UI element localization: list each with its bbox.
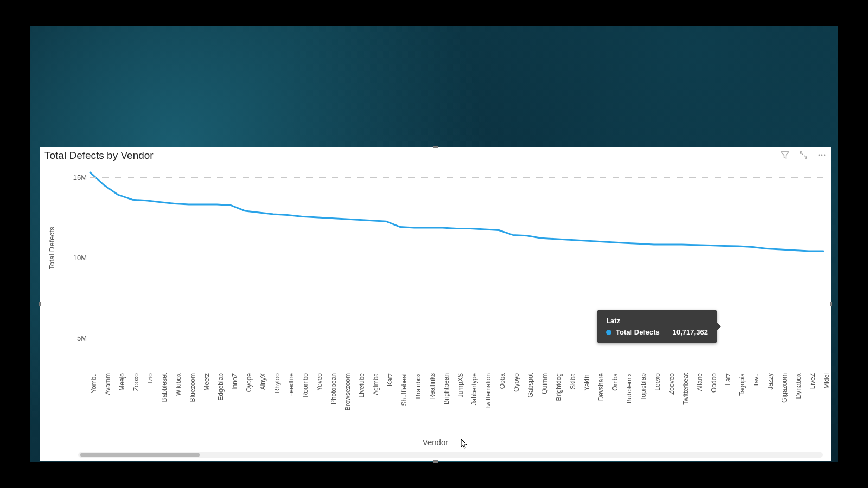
x-tick-label: Yombu [90, 373, 98, 393]
x-tick-label: Twitterbeat [682, 373, 690, 405]
x-tick-label: Avamm [104, 373, 112, 395]
x-tick-label: Agimba [372, 373, 380, 395]
scrollbar-thumb[interactable] [80, 453, 200, 457]
resize-handle[interactable] [830, 302, 832, 306]
x-tick-label: Edgeblab [217, 373, 225, 401]
focus-mode-icon[interactable] [799, 151, 808, 159]
x-tick-label: Meejo [118, 373, 126, 391]
visual-header [781, 151, 826, 159]
x-tick-label: Devshare [597, 373, 605, 401]
x-tick-label: LiveZ [809, 373, 816, 389]
x-tick-label: Katz [386, 373, 394, 386]
tooltip-swatch [606, 330, 611, 335]
letterbox [0, 0, 30, 488]
gridline [90, 258, 823, 258]
gridline [90, 177, 823, 178]
x-tick-label: Twitternation [484, 373, 492, 410]
x-tick-label: Zooveo [668, 373, 675, 395]
x-tick-label: Skiba [569, 373, 577, 389]
letterbox [0, 0, 868, 26]
x-tick-label: Brightbean [443, 373, 450, 404]
x-tick-label: Zooxo [132, 373, 140, 391]
x-tick-label: Tagopia [738, 373, 746, 396]
x-tick-label: Roombo [302, 373, 309, 397]
x-tick-label: AinyX [259, 373, 267, 390]
x-axis-ticks: YombuAvammMeejoZooxoIzioBabblesetWikibox… [90, 373, 823, 433]
y-tick-label: 5M [77, 333, 87, 342]
resize-handle[interactable] [39, 302, 41, 306]
x-tick-label: Brainbox [414, 373, 422, 399]
x-tick-label: JumpXS [457, 373, 464, 397]
x-tick-label: Browsezoom [344, 373, 352, 410]
x-tick-label: Yoveo [316, 373, 323, 391]
x-tick-label: Izio [146, 373, 154, 383]
svg-point-1 [821, 155, 823, 156]
x-tick-label: Jabbertype [470, 373, 478, 405]
x-tick-label: InnoZ [231, 373, 239, 390]
x-tick-label: Gigazoom [781, 373, 788, 403]
x-tick-label: Bluezoom [189, 373, 196, 402]
filter-icon[interactable] [781, 151, 789, 159]
x-tick-label: Yakitri [583, 373, 591, 390]
x-tick-label: Feedfire [288, 373, 295, 397]
x-tick-label: Gabspot [527, 373, 534, 397]
x-tick-label: Babbleset [161, 373, 168, 402]
horizontal-scrollbar[interactable] [78, 452, 823, 458]
x-tick-label: Latz [724, 373, 732, 386]
x-tick-label: Oyoyo [513, 373, 520, 392]
tooltip-series-label: Total Defects [616, 328, 660, 336]
letterbox [0, 462, 868, 488]
x-tick-label: Bubblemix [626, 373, 633, 403]
tooltip: Latz Total Defects 10,717,362 [597, 310, 717, 343]
x-tick-label: Topicblab [640, 373, 647, 401]
x-tick-label: Brightdog [555, 373, 563, 401]
x-tick-label: Dynabox [795, 373, 802, 399]
x-axis-label: Vendor [40, 438, 831, 447]
x-tick-label: Shufflebeat [400, 373, 408, 406]
y-axis-label: Total Defects [48, 227, 56, 269]
svg-point-0 [819, 155, 820, 156]
tooltip-value: 10,717,362 [673, 328, 708, 336]
tooltip-title: Latz [606, 317, 708, 325]
x-tick-label: Wikibox [175, 373, 182, 396]
x-tick-label: Oodoo [710, 373, 718, 393]
x-tick-label: Tavu [752, 373, 760, 387]
chart-visual[interactable]: Total Defects by Vendor Total Defects 5M… [40, 147, 831, 461]
chart-title: Total Defects by Vendor [44, 150, 154, 162]
x-tick-label: Omba [611, 373, 619, 391]
x-tick-label: Photobean [330, 373, 337, 404]
svg-point-2 [824, 155, 826, 156]
x-tick-label: Rhyloo [273, 373, 281, 393]
more-options-icon[interactable] [818, 151, 826, 159]
x-tick-label: Leexo [654, 373, 661, 391]
x-tick-label: Oyope [245, 373, 253, 392]
x-tick-label: Ailane [696, 373, 704, 391]
x-tick-label: Livetube [358, 373, 366, 397]
x-tick-label: Meetz [203, 373, 210, 391]
x-tick-label: Midel [823, 373, 831, 389]
resize-handle[interactable] [433, 146, 438, 148]
x-tick-label: Reallinks [429, 373, 436, 400]
y-tick-label: 10M [73, 253, 87, 261]
y-tick-label: 15M [73, 173, 87, 181]
x-tick-label: Jazzy [767, 373, 774, 390]
resize-handle[interactable] [433, 460, 438, 463]
x-tick-label: Quimm [541, 373, 548, 394]
letterbox [838, 0, 868, 488]
x-tick-label: Ooba [499, 373, 506, 389]
